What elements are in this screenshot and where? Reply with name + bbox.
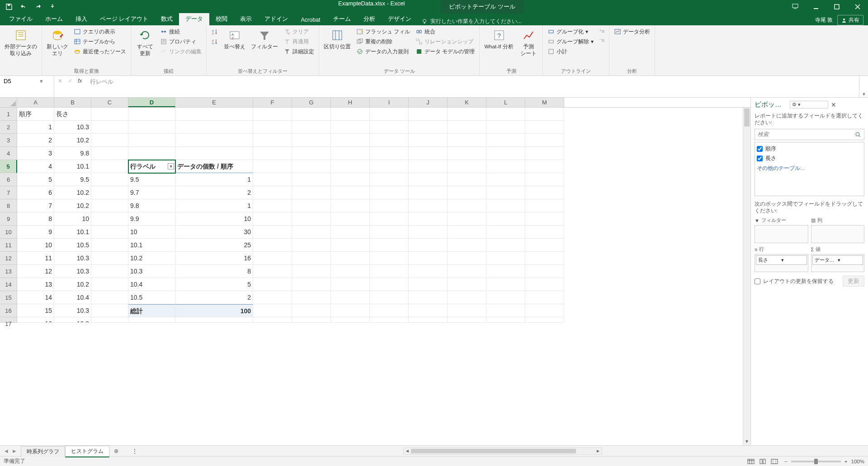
- cell[interactable]: [370, 252, 409, 265]
- cell[interactable]: [253, 212, 292, 226]
- row-header[interactable]: 3: [0, 134, 17, 147]
- col-header-k[interactable]: K: [448, 98, 486, 107]
- cell[interactable]: 15: [17, 304, 54, 317]
- cell[interactable]: [331, 147, 370, 160]
- cell[interactable]: [370, 212, 409, 226]
- cell[interactable]: [91, 121, 128, 134]
- remove-duplicates-button[interactable]: 重複の削除: [354, 37, 412, 46]
- advanced-button[interactable]: 詳細設定: [282, 47, 316, 56]
- cell[interactable]: [331, 239, 370, 252]
- sort-desc-button[interactable]: ZA: [209, 37, 220, 46]
- cell[interactable]: [448, 199, 486, 212]
- cell[interactable]: [409, 278, 448, 291]
- cell[interactable]: [253, 173, 292, 186]
- cell[interactable]: [525, 199, 564, 212]
- cell[interactable]: [370, 265, 409, 278]
- cell[interactable]: [370, 121, 409, 134]
- cell[interactable]: [175, 108, 253, 121]
- cell[interactable]: [253, 186, 292, 199]
- outline-expand-button[interactable]: ⁺≡: [597, 27, 607, 35]
- cell[interactable]: [128, 147, 175, 160]
- relationships-button[interactable]: リレーションシップ: [414, 37, 476, 46]
- field-checkbox-order[interactable]: 順序: [757, 144, 862, 154]
- cell[interactable]: [292, 147, 331, 160]
- sheet-nav-next-icon[interactable]: ►: [12, 448, 17, 454]
- cell[interactable]: [448, 317, 486, 323]
- horizontal-scrollbar[interactable]: ◄ ►: [403, 447, 602, 455]
- cell[interactable]: [486, 147, 525, 160]
- cell[interactable]: [292, 108, 331, 121]
- cell[interactable]: [331, 121, 370, 134]
- cell[interactable]: [91, 134, 128, 147]
- cell[interactable]: [486, 278, 525, 291]
- cell[interactable]: 2: [175, 186, 253, 199]
- redo-icon[interactable]: [32, 1, 44, 12]
- cell[interactable]: 10.2: [128, 252, 175, 265]
- cell[interactable]: [370, 186, 409, 199]
- formula-input[interactable]: 行レベル: [85, 76, 859, 97]
- ungroup-button[interactable]: グループ解除 ▾: [546, 37, 595, 46]
- cell[interactable]: 10.1: [54, 226, 91, 239]
- cell[interactable]: 10.4: [128, 278, 175, 291]
- cell[interactable]: 11: [17, 252, 54, 265]
- cell[interactable]: 100: [175, 304, 253, 317]
- cell[interactable]: [292, 121, 331, 134]
- cell[interactable]: [370, 226, 409, 239]
- cell[interactable]: [253, 291, 292, 304]
- cell[interactable]: [175, 121, 253, 134]
- cell[interactable]: [331, 226, 370, 239]
- cell[interactable]: [175, 134, 253, 147]
- cell[interactable]: 10: [54, 212, 91, 226]
- cell[interactable]: [292, 199, 331, 212]
- cell[interactable]: [448, 186, 486, 199]
- cell[interactable]: [409, 226, 448, 239]
- cell[interactable]: [525, 291, 564, 304]
- cell[interactable]: [448, 252, 486, 265]
- tab-home[interactable]: ホーム: [39, 13, 69, 25]
- cell[interactable]: [292, 212, 331, 226]
- field-checkbox-length[interactable]: 長さ: [757, 154, 862, 163]
- cell[interactable]: [253, 121, 292, 134]
- cell[interactable]: 順序: [17, 108, 54, 121]
- cell-reference-input[interactable]: [4, 78, 40, 85]
- cell[interactable]: 長さ: [54, 108, 91, 121]
- cell[interactable]: [91, 278, 128, 291]
- cell[interactable]: 10.1: [54, 160, 91, 173]
- scroll-right-icon[interactable]: ►: [594, 448, 602, 453]
- cell[interactable]: [370, 291, 409, 304]
- cell[interactable]: [448, 291, 486, 304]
- defer-layout-checkbox[interactable]: [755, 278, 760, 284]
- tab-insert[interactable]: 挿入: [69, 13, 94, 25]
- cell[interactable]: [525, 134, 564, 147]
- cell[interactable]: 25: [175, 239, 253, 252]
- row-header[interactable]: 13: [0, 265, 17, 278]
- row-header[interactable]: 15: [0, 291, 17, 304]
- new-sheet-icon[interactable]: ⊕: [109, 448, 123, 454]
- col-header-m[interactable]: M: [525, 98, 564, 107]
- cell[interactable]: [292, 134, 331, 147]
- cell[interactable]: [409, 252, 448, 265]
- outline-collapse-button[interactable]: ⁻≡: [597, 36, 607, 44]
- cell[interactable]: 5: [175, 278, 253, 291]
- data-model-button[interactable]: データ モデルの管理: [414, 47, 476, 56]
- minimize-icon[interactable]: [806, 0, 826, 14]
- cell[interactable]: [525, 317, 564, 323]
- cell[interactable]: [486, 252, 525, 265]
- cell[interactable]: 10.5: [128, 291, 175, 304]
- undo-icon[interactable]: [17, 1, 30, 12]
- data-validation-button[interactable]: データの入力規則: [354, 47, 412, 56]
- sheet-tab-timeseries[interactable]: 時系列グラフ: [21, 446, 65, 457]
- touch-mode-icon[interactable]: [46, 1, 59, 12]
- cell[interactable]: [525, 239, 564, 252]
- cell[interactable]: [448, 278, 486, 291]
- row-header[interactable]: 4: [0, 147, 17, 160]
- cell[interactable]: [91, 239, 128, 252]
- cell[interactable]: [370, 304, 409, 317]
- cell[interactable]: [292, 291, 331, 304]
- cell[interactable]: [91, 212, 128, 226]
- cell[interactable]: [409, 212, 448, 226]
- cell[interactable]: [253, 278, 292, 291]
- cell[interactable]: [370, 160, 409, 173]
- cell[interactable]: [448, 108, 486, 121]
- cell[interactable]: 9.5: [128, 173, 175, 186]
